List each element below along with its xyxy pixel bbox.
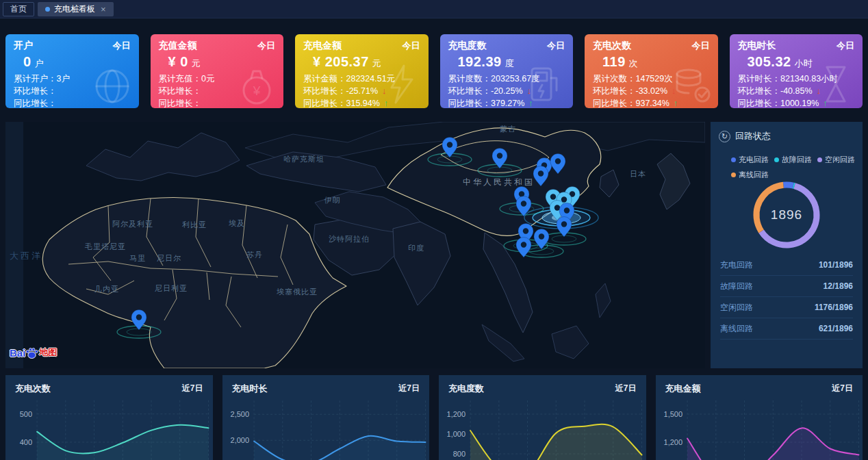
legend-dot-icon [731,172,736,177]
chart-range-label: 近7日 [182,383,203,395]
card-unit: 户 [35,58,44,70]
card-value-row: 119 次 [602,54,710,71]
legend-dot-icon [774,157,779,162]
map-label: 尼日利亚 [155,284,188,292]
card-yoy-label: 同比增长： [738,97,781,108]
card-mom-label: 环比增长： [448,85,492,97]
y-axis-tick-label: 400 [20,438,32,446]
card-title: 充值金额 [159,40,197,52]
card-value: 119 [602,54,626,70]
card-unit: 次 [629,58,638,70]
circuit-row-value: 1176/1896 [815,303,853,312]
circuit-row: 充电回路101/1896 [720,255,853,276]
circuit-row-label: 故障回路 [720,281,753,292]
circuit-row-label: 空闲回路 [720,302,753,314]
card-yoy-value: 379.27% [491,97,524,108]
card-value-row: 192.39 度 [458,54,565,71]
circuit-panel-title: 回路状态 [735,130,771,142]
line-chart-svg: 1,2001,500 [656,397,863,460]
mom-trend-arrow-icon: ↓ [527,87,532,95]
card-cumulative-label: 累计度数： [448,73,492,85]
circuit-row-label: 充电回路 [720,259,753,271]
baidu-logo-map-text: 地图 [39,346,57,359]
card-yoy-label: 同比增长： [14,97,57,108]
card-cumulative-line: 累计时长： 821340.83小时 [738,73,855,85]
map-label: 蒙古 [500,125,516,133]
map-label: 毛里塔尼亚 [84,242,126,251]
chart-panel: 充电金额 近7日 1,2001,500 [656,375,863,460]
map-label: 埃塞俄比亚 [277,288,318,296]
card-mom-line: 环比增长： [159,85,276,97]
chart-header: 充电度数 近7日 [439,375,646,395]
map-label: 日本 [630,170,646,178]
card-yoy-line: 同比增长： 1000.19% ↑ [738,97,855,108]
baidu-map-logo[interactable]: Bai 地图 [10,346,57,359]
card-value-row: ¥ 0 元 [168,54,276,71]
mom-trend-arrow-icon: ↓ [817,87,821,95]
yoy-trend-arrow-icon: ↑ [528,99,533,107]
active-tab-dot-icon [45,7,50,12]
map-tile-edge [5,122,23,368]
mom-trend-arrow-icon: ↓ [382,87,387,95]
stat-card: 充电度数 今日 192.39 度 累计度数： 203253.67度 环比增长： … [440,34,574,108]
card-cumulative-line: 累计度数： 203253.67度 [448,73,565,85]
circuit-status-panel: ↻ 回路状态 充电回路故障回路空闲回路离线回路 1896 充电回路101/189… [711,122,863,368]
tab-charging-dashboard-label: 充电桩看板 [54,5,95,14]
y-axis-tick-label: 2,000 [230,436,249,444]
paw-icon [25,347,38,359]
chart-title: 充电金额 [665,383,701,395]
line-chart-svg: 2,0002,500 [222,397,430,460]
map-label: 利比亚 [182,220,207,229]
line-chart-svg: 400500 [5,397,213,460]
card-yoy-value: 937.34% [636,97,669,108]
card-yoy-line: 同比增长： 315.94% ↑ [303,97,420,108]
tab-charging-dashboard[interactable]: 充电桩看板 × [38,2,114,16]
circuit-row: 离线回路621/1896 [720,318,853,340]
stat-card: 充电次数 今日 119 次 累计次数： 147529次 环比增长： -33.02… [585,34,718,108]
map-label: 中华人民共和国 [463,177,535,187]
line-chart-svg: 8001,0001,200 [439,397,646,460]
card-value: 192.39 [458,54,502,70]
card-value-row: 0 户 [23,54,131,71]
legend-item[interactable]: 故障回路 [774,155,812,165]
card-period-label: 今日 [113,40,131,52]
card-title: 充电次数 [593,40,631,52]
card-mom-line: 环比增长： -20.25% ↓ [448,85,565,97]
circuit-row: 故障回路12/1896 [720,276,853,297]
card-cumulative-line: 累计金额： 282324.51元 [303,73,420,85]
y-axis-tick-label: 1,500 [663,410,682,418]
card-yoy-line: 同比增长： 379.27% ↑ [448,97,565,108]
circuit-row-value: 101/1896 [819,260,853,270]
card-cumulative-label: 累计金额： [303,73,346,85]
legend-item[interactable]: 空闲回路 [817,155,855,165]
card-yoy-line: 同比增长： [159,97,276,108]
card-mom-label: 环比增长： [159,85,202,97]
card-mom-line: 环比增长： -25.71% ↓ [303,85,420,97]
stat-card: 充值金额 今日 ¥ 0 元 累计充值： 0元 环比增长： 同比增长： ¥ [151,34,284,108]
circuit-row: 空闲回路1176/1896 [720,297,853,318]
card-cumulative-value: 821340.83小时 [780,73,838,85]
card-unit: 元 [372,58,381,70]
legend-item[interactable]: 离线回路 [731,170,769,180]
tab-close-icon[interactable]: × [101,5,106,14]
circuit-total-value: 1896 [751,179,822,251]
card-value: 0 [23,54,31,70]
card-period-label: 今日 [547,40,565,52]
tab-home[interactable]: 首页 [3,2,34,16]
chart-range-label: 近7日 [832,383,853,395]
legend-dot-icon [817,157,822,162]
circuit-donut-chart: 1896 [751,179,822,251]
chart-header: 充电金额 近7日 [656,375,863,395]
yoy-trend-arrow-icon: ↑ [384,99,389,107]
chart-range-label: 近7日 [615,383,637,395]
world-map[interactable]: 大西洋毛里塔尼亚马里尼日尔尼日利亚几内亚阿尔及利亚利比亚埃及苏丹埃塞俄比亚沙特阿… [5,122,705,368]
circuit-legend: 充电回路故障回路空闲回路离线回路 [731,155,858,180]
chart-range-label: 近7日 [398,383,420,395]
card-mom-label: 环比增长： [593,85,636,97]
card-mom-line: 环比增长： [14,85,131,97]
card-cumulative-value: 282324.51元 [346,73,396,85]
card-mom-label: 环比增长： [14,85,57,97]
legend-item[interactable]: 充电回路 [731,155,769,165]
card-cumulative-label: 累计开户： [14,73,57,85]
card-cumulative-value: 0元 [201,73,214,85]
